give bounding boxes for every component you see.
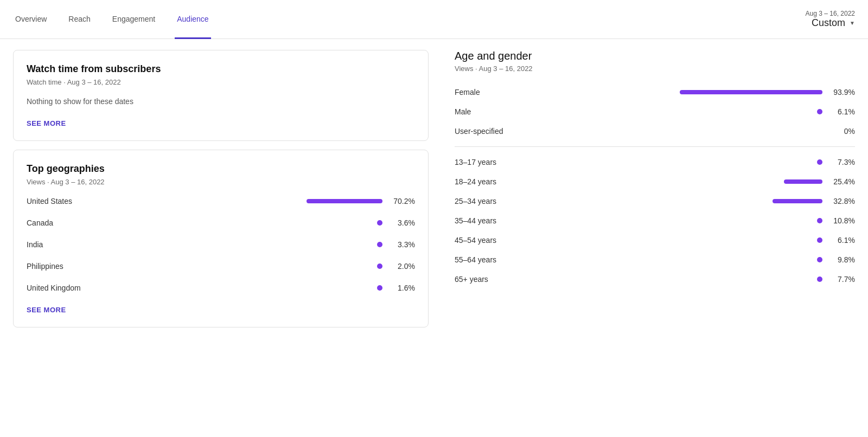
list-item: Female93.9%: [455, 88, 855, 97]
top-geo-title: Top geographies: [27, 163, 415, 175]
watch-time-title: Watch time from subscribers: [27, 63, 415, 75]
list-item: India3.3%: [27, 240, 415, 249]
age-gender-section: Age and gender Views · Aug 3 – 16, 2022 …: [455, 50, 855, 284]
watch-time-empty: Nothing to show for these dates: [27, 97, 415, 106]
list-item: User-specified0%: [455, 127, 855, 136]
list-item: Canada3.6%: [27, 218, 415, 227]
list-item: Male6.1%: [455, 107, 855, 116]
nav-tabs: Overview Reach Engagement Audience: [13, 0, 211, 38]
top-geo-subtitle: Views · Aug 3 – 16, 2022: [27, 178, 415, 186]
tab-audience[interactable]: Audience: [175, 1, 210, 39]
age-rows: 13–17 years7.3%18–24 years25.4%25–34 yea…: [455, 146, 855, 284]
list-item: 65+ years7.7%: [455, 275, 855, 284]
list-item: 18–24 years25.4%: [455, 177, 855, 186]
tab-engagement[interactable]: Engagement: [110, 1, 157, 39]
date-custom-label: Custom: [812, 17, 845, 29]
list-item: 13–17 years7.3%: [455, 158, 855, 166]
age-gender-title: Age and gender: [455, 50, 855, 62]
watch-time-see-more[interactable]: SEE MORE: [27, 119, 66, 127]
watch-time-subtitle: Watch time · Aug 3 – 16, 2022: [27, 78, 415, 86]
list-item: 35–44 years10.8%: [455, 216, 855, 225]
list-item: Philippines2.0%: [27, 262, 415, 271]
date-custom-row: Custom ▼: [812, 17, 855, 29]
list-item: 45–54 years6.1%: [455, 236, 855, 245]
tab-overview[interactable]: Overview: [13, 1, 49, 39]
list-item: 25–34 years32.8%: [455, 197, 855, 205]
geo-rows: United States70.2%Canada3.6%India3.3%Phi…: [27, 197, 415, 292]
main-content: Watch time from subscribers Watch time ·…: [0, 39, 868, 338]
left-panel: Watch time from subscribers Watch time ·…: [13, 50, 442, 327]
tab-reach[interactable]: Reach: [66, 1, 92, 39]
date-range-label: Aug 3 – 16, 2022: [806, 10, 855, 17]
right-panel: Age and gender Views · Aug 3 – 16, 2022 …: [442, 50, 855, 327]
top-geo-card: Top geographies Views · Aug 3 – 16, 2022…: [13, 150, 429, 327]
top-geo-see-more[interactable]: SEE MORE: [27, 306, 66, 314]
chevron-down-icon: ▼: [850, 20, 855, 26]
gender-rows: Female93.9%Male6.1%User-specified0%: [455, 88, 855, 136]
list-item: United States70.2%: [27, 197, 415, 205]
list-item: 55–64 years9.8%: [455, 255, 855, 264]
top-navigation: Overview Reach Engagement Audience Aug 3…: [0, 0, 868, 39]
date-selector[interactable]: Aug 3 – 16, 2022 Custom ▼: [806, 10, 855, 29]
watch-time-card: Watch time from subscribers Watch time ·…: [13, 50, 429, 141]
age-gender-subtitle: Views · Aug 3 – 16, 2022: [455, 65, 855, 73]
list-item: United Kingdom1.6%: [27, 284, 415, 292]
